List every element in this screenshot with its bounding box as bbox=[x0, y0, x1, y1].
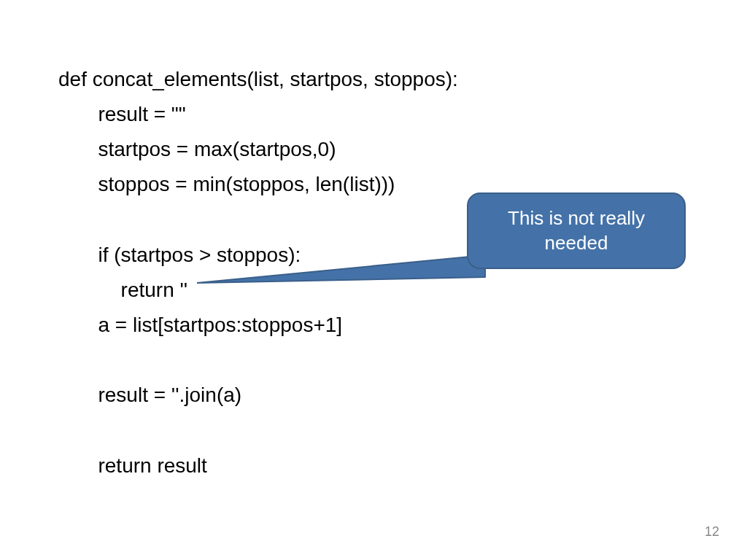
code-line: startpos = max(startpos,0) bbox=[58, 138, 336, 160]
code-line: def concat_elements(list, startpos, stop… bbox=[58, 68, 458, 90]
code-line: a = list[startpos:stoppos+1] bbox=[58, 314, 342, 336]
code-line: return result bbox=[58, 454, 207, 477]
code-line: return '' bbox=[58, 279, 187, 301]
code-line: if (startpos > stoppos): bbox=[58, 244, 301, 266]
code-line: result = ''.join(a) bbox=[58, 384, 241, 406]
callout-text: This is not really needed bbox=[508, 206, 645, 256]
slide: def concat_elements(list, startpos, stop… bbox=[0, 0, 747, 560]
page-number: 12 bbox=[705, 524, 719, 540]
code-line: stoppos = min(stoppos, len(list))) bbox=[58, 173, 395, 195]
callout-box: This is not really needed bbox=[467, 192, 686, 269]
code-line: result = "" bbox=[58, 103, 186, 125]
code-block: def concat_elements(list, startpos, stop… bbox=[58, 62, 458, 483]
callout-line: needed bbox=[545, 232, 608, 254]
callout-line: This is not really bbox=[508, 207, 645, 229]
